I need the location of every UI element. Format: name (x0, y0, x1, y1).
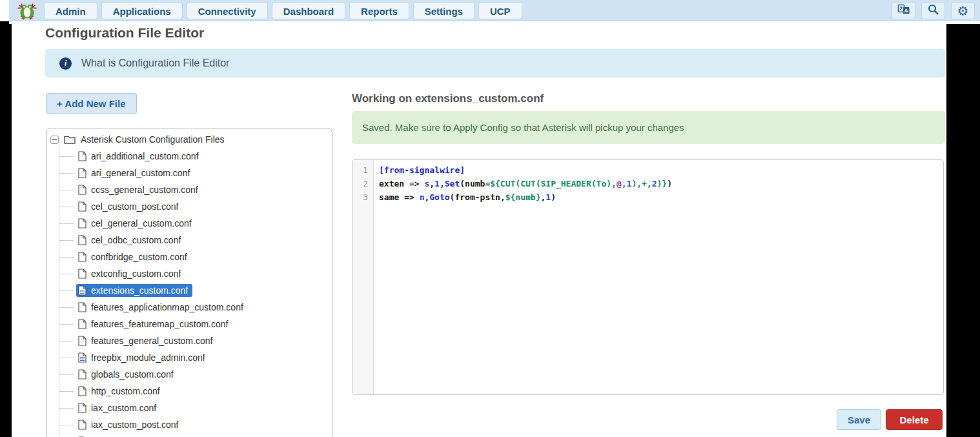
file-name: freepbx_module_admin.conf (91, 352, 205, 363)
info-icon (59, 57, 72, 70)
file-name: iax_custom.conf (91, 403, 156, 413)
translate-icon: A (897, 4, 910, 17)
translate-button[interactable]: A (892, 2, 915, 19)
file-icon (78, 201, 87, 212)
file-name: cel_custom_post.conf (91, 201, 178, 212)
code-line: [from-signalwire] (379, 165, 941, 179)
letterbox-corner (0, 0, 9, 21)
nav-tab-applications[interactable]: Applications (101, 2, 183, 19)
search-button[interactable] (921, 2, 945, 19)
nav-tab-connectivity[interactable]: Connectivity (187, 2, 268, 19)
file-name: iax_custom_post.conf (91, 420, 178, 430)
file-name: extconfig_custom.conf (91, 269, 181, 279)
page-title: Configuration File Editor (45, 25, 204, 41)
file-name: globals_custom.conf (91, 369, 174, 380)
code-line: same => n,Goto(from-pstn,${numb},1) (379, 192, 941, 206)
tree-file-freepbx_module_admin.conf[interactable]: freepbx_module_admin.conf (46, 349, 332, 366)
file-icon (78, 235, 87, 245)
search-icon (928, 4, 939, 17)
info-banner[interactable]: What is Configuration File Editor (45, 49, 945, 77)
code-line: exten => s,1,Set(numb=${CUT(CUT(SIP_HEAD… (379, 179, 941, 192)
file-name: ccss_general_custom.conf (91, 185, 198, 195)
tree-file-partial[interactable] (46, 433, 332, 437)
file-icon (78, 319, 87, 329)
tree-file-extconfig_custom.conf[interactable]: extconfig_custom.conf (46, 265, 332, 282)
file-icon (78, 269, 87, 279)
file-icon (78, 420, 87, 430)
file-lines-icon (78, 352, 87, 363)
line-number: 3 (352, 192, 373, 206)
file-name: features_featuremap_custom.conf (91, 319, 228, 329)
collapse-icon[interactable] (50, 136, 59, 144)
tree-file-http_custom.conf[interactable]: http_custom.conf (46, 383, 332, 400)
file-lines-icon (78, 285, 87, 296)
nav-tab-reports[interactable]: Reports (349, 2, 409, 19)
tree-file-features_general_custom.conf[interactable]: features_general_custom.conf (46, 332, 332, 349)
file-tree-panel: Asterisk Custom Configuration Files ari_… (46, 128, 332, 437)
nav-tab-ucp[interactable]: UCP (478, 2, 522, 19)
add-new-file-button[interactable]: + Add New File (46, 93, 137, 114)
tree-file-iax_custom_post.conf[interactable]: iax_custom_post.conf (46, 416, 332, 433)
file-icon (78, 302, 87, 312)
tree-file-cel_custom_post.conf[interactable]: cel_custom_post.conf (46, 198, 332, 215)
file-icon (78, 168, 87, 178)
file-icon (78, 369, 87, 380)
tree-file-features_applicationmap_custom.conf[interactable]: features_applicationmap_custom.conf (46, 299, 332, 316)
file-name: cel_general_custom.conf (91, 218, 192, 229)
file-icon (78, 403, 87, 413)
tree-file-ari_general_custom.conf[interactable]: ari_general_custom.conf (46, 165, 332, 181)
tree-file-ccss_general_custom.conf[interactable]: ccss_general_custom.conf (46, 181, 332, 198)
file-name: confbridge_custom.conf (91, 252, 187, 262)
line-number: 2 (352, 179, 373, 192)
folder-icon (64, 135, 76, 144)
delete-button[interactable]: Delete (886, 409, 943, 430)
file-icon (78, 218, 87, 229)
tree-file-cel_general_custom.conf[interactable]: cel_general_custom.conf (46, 215, 332, 232)
file-name: cel_odbc_custom.conf (91, 235, 181, 245)
info-banner-text: What is Configuration File Editor (81, 57, 229, 69)
saved-alert: Saved. Make sure to Apply Config so that… (352, 111, 945, 144)
tree-file-globals_custom.conf[interactable]: globals_custom.conf (46, 366, 332, 383)
tree-file-cel_odbc_custom.conf[interactable]: cel_odbc_custom.conf (46, 232, 332, 249)
tree-file-features_featuremap_custom.conf[interactable]: features_featuremap_custom.conf (46, 316, 332, 332)
file-name: extensions_custom.conf (91, 285, 188, 296)
editor-gutter: 123 (352, 160, 374, 394)
top-navbar: AdminApplicationsConnectivityDashboardRe… (9, 0, 980, 21)
gear-icon: ⚙ (957, 5, 969, 17)
file-icon (78, 151, 87, 161)
nav-tabs: AdminApplicationsConnectivityDashboardRe… (44, 2, 522, 19)
file-tree-list: ari_additional_custom.confari_general_cu… (46, 148, 332, 437)
file-name: http_custom.conf (91, 386, 160, 396)
tree-file-extensions_custom.conf[interactable]: extensions_custom.conf (46, 282, 332, 299)
nav-icon-buttons: A ⚙ (892, 2, 975, 19)
settings-button[interactable]: ⚙ (951, 2, 975, 19)
file-icon (78, 185, 87, 195)
code-editor[interactable]: 123 [from-signalwire]exten => s,1,Set(nu… (352, 159, 944, 395)
file-icon (78, 252, 87, 262)
file-name: ari_general_custom.conf (91, 168, 190, 178)
freepbx-frog-logo[interactable] (17, 1, 37, 20)
saved-alert-text: Saved. Make sure to Apply Config so that… (362, 122, 684, 133)
nav-tab-admin[interactable]: Admin (44, 2, 97, 19)
nav-tab-dashboard[interactable]: Dashboard (272, 2, 345, 19)
file-name: features_applicationmap_custom.conf (91, 302, 243, 312)
tree-file-confbridge_custom.conf[interactable]: confbridge_custom.conf (46, 249, 332, 265)
file-icon (78, 386, 87, 396)
working-on-heading: Working on extensions_custom.conf (352, 92, 544, 105)
editor-code[interactable]: [from-signalwire]exten => s,1,Set(numb=$… (379, 165, 941, 206)
tree-root[interactable]: Asterisk Custom Configuration Files (46, 131, 332, 148)
tree-root-label: Asterisk Custom Configuration Files (81, 134, 225, 145)
nav-tab-settings[interactable]: Settings (413, 2, 475, 19)
tree-file-iax_custom.conf[interactable]: iax_custom.conf (46, 400, 332, 416)
save-button[interactable]: Save (837, 409, 881, 430)
svg-text:A: A (904, 8, 908, 14)
file-name: ari_additional_custom.conf (91, 151, 199, 161)
tree-file-ari_additional_custom.conf[interactable]: ari_additional_custom.conf (46, 148, 332, 165)
file-name: features_general_custom.conf (91, 336, 212, 346)
line-number: 1 (352, 165, 373, 179)
file-icon (78, 336, 87, 346)
